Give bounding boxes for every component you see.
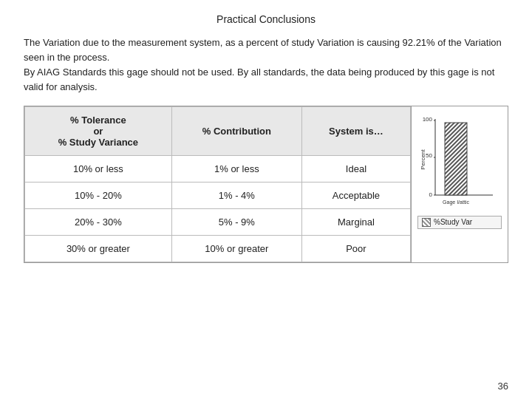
table-row: 30% or greater 10% or greater Poor (25, 235, 411, 262)
chart-section: 100 50 0 Percent (412, 106, 508, 262)
table-row: 10% or less 1% or less Ideal (25, 155, 411, 182)
svg-text:Gage I/attic: Gage I/attic (443, 200, 469, 205)
standards-table: % Toleranceor% Study Variance % Contribu… (24, 106, 411, 262)
contribution-val: 1% or less (171, 155, 301, 182)
body-text: The Variation due to the measurement sys… (24, 35, 508, 95)
bar-chart: 100 50 0 Percent (419, 115, 500, 211)
contribution-val: 5% - 9% (171, 208, 301, 235)
svg-rect-11 (445, 123, 467, 195)
body-line-1: The Variation due to the measurement sys… (24, 37, 502, 63)
legend-box-icon (422, 218, 431, 227)
contribution-val: 1% - 4% (171, 182, 301, 208)
page-title: Practical Conclusions (24, 13, 508, 25)
svg-text:Percent: Percent (420, 149, 426, 169)
tolerance-val: 30% or greater (25, 235, 172, 262)
table-row: 20% - 30% 5% - 9% Marginal (25, 208, 411, 235)
col-header-system: System is… (301, 106, 410, 155)
svg-text:50: 50 (426, 152, 432, 159)
chart-legend: %Study Var (417, 216, 502, 229)
legend-label: %Study Var (434, 218, 472, 226)
page-container: Practical Conclusions The Variation due … (0, 0, 532, 399)
svg-text:100: 100 (423, 116, 433, 123)
content-area: % Toleranceor% Study Variance % Contribu… (24, 106, 508, 263)
system-val: Marginal (301, 208, 410, 235)
contribution-val: 10% or greater (171, 235, 301, 262)
body-line-2: By AIAG Standards this gage should not b… (24, 66, 494, 92)
system-val: Acceptable (301, 182, 410, 208)
tolerance-val: 20% - 30% (25, 208, 172, 235)
col-header-tolerance: % Toleranceor% Study Variance (25, 106, 172, 155)
system-val: Poor (301, 235, 410, 262)
chart-area: 100 50 0 Percent (419, 115, 500, 211)
tolerance-val: 10% or less (25, 155, 172, 182)
table-row: 10% - 20% 1% - 4% Acceptable (25, 182, 411, 208)
system-val: Ideal (301, 155, 410, 182)
col-header-contribution: % Contribution (171, 106, 301, 155)
page-number: 36 (498, 381, 508, 392)
svg-text:0: 0 (429, 191, 433, 198)
tolerance-val: 10% - 20% (25, 182, 172, 208)
table-section: % Toleranceor% Study Variance % Contribu… (24, 106, 412, 262)
